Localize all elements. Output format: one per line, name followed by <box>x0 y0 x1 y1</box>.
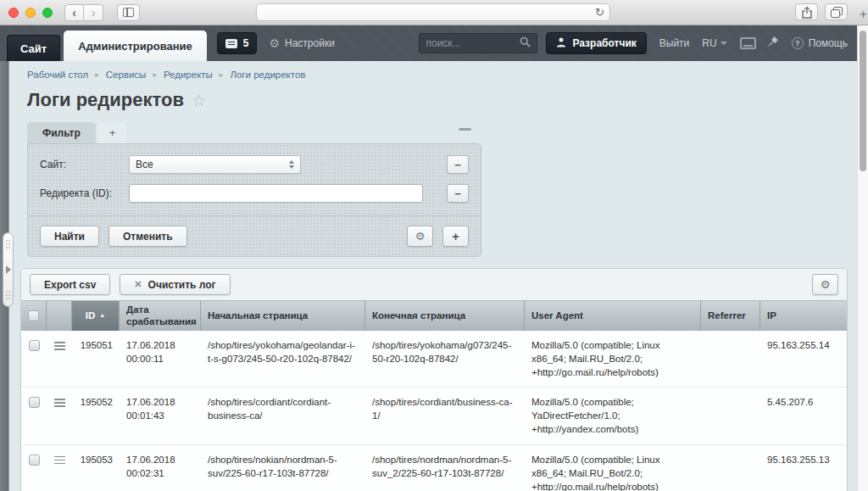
cell-id: 195052 <box>72 388 120 444</box>
new-tab-button[interactable]: + <box>860 7 867 22</box>
remove-redirect-id-filter-button[interactable]: − <box>447 184 469 203</box>
export-csv-button[interactable]: Export csv <box>30 274 110 295</box>
back-icon: ‹ <box>72 7 76 19</box>
reload-icon[interactable]: ↻ <box>595 7 604 18</box>
redirect-id-input[interactable] <box>129 184 423 203</box>
sort-asc-icon: ▲ <box>99 312 105 319</box>
plus-icon: + <box>452 230 459 243</box>
notifications-button[interactable]: 5 <box>217 32 258 54</box>
page-scrollbar[interactable] <box>857 25 868 491</box>
site-filter-select[interactable]: Все <box>129 155 301 174</box>
cell-user-agent: Mozilla/5.0 (compatible; Linux x86_64; M… <box>525 331 701 387</box>
table-row: 195053 17.06.201800:02:31 /shop/tires/no… <box>21 445 847 491</box>
search-input[interactable] <box>426 37 520 49</box>
add-filter-field-button[interactable]: + <box>442 226 469 247</box>
notifications-count: 5 <box>243 37 249 49</box>
browser-back-button[interactable]: ‹ <box>64 4 84 21</box>
row-menu-icon[interactable] <box>54 455 65 465</box>
cell-ip: 95.163.255.13 <box>760 445 847 491</box>
table-row: 195051 17.06.201800:00:11 /shop/tires/yo… <box>21 331 847 388</box>
redirect-id-filter-label: Редиректа (ID): <box>40 187 129 199</box>
admin-header: Сайт Администрирование 5 ⚙ Настройки Раз… <box>0 25 868 61</box>
user-menu-button[interactable]: Разработчик <box>546 32 646 54</box>
clear-log-button[interactable]: ✕ Очистить лог <box>120 274 230 295</box>
address-bar[interactable]: ↻ <box>256 3 610 21</box>
cell-date: 17.06.201800:01:43 <box>120 388 201 444</box>
breadcrumb: Рабочий стол ▸ Сервисы ▸ Редиректы ▸ Лог… <box>27 70 859 80</box>
cell-end-page: /shop/tires/yokohama/g073/245-50-r20-102… <box>365 331 525 387</box>
left-menu-expander[interactable] <box>3 232 14 307</box>
cell-referrer <box>701 388 760 444</box>
sidebar-icon <box>123 8 134 17</box>
collapse-filter-button[interactable] <box>459 128 471 131</box>
cell-start-page: /shop/tires/nokian/nordman-5-suv/225-60-… <box>201 445 365 491</box>
admin-search-box <box>419 33 537 53</box>
cell-ip: 95.163.255.14 <box>760 331 847 387</box>
filter-settings-button[interactable]: ⚙ <box>407 226 433 247</box>
gear-icon: ⚙ <box>821 278 831 291</box>
keyboard-icon[interactable] <box>740 37 756 49</box>
row-menu-icon[interactable] <box>54 340 65 350</box>
cell-start-page: /shop/tires/yokohama/geolandar-i-t-s-g07… <box>201 331 365 387</box>
settings-button[interactable]: ⚙ Настройки <box>269 37 334 49</box>
tab-site[interactable]: Сайт <box>7 35 60 61</box>
grip-dots-icon <box>5 239 11 249</box>
expand-arrow-icon <box>6 265 11 274</box>
cell-user-agent: Mozilla/5.0 (compatible; YaDirectFetcher… <box>525 388 701 444</box>
minimize-window-button[interactable] <box>25 8 36 18</box>
close-window-button[interactable] <box>8 8 19 18</box>
column-header-to[interactable]: Конечная страница <box>365 301 525 331</box>
cell-user-agent: Mozilla/5.0 (compatible; Linux x86_64; M… <box>525 445 701 491</box>
browser-forward-button[interactable]: › <box>84 4 103 21</box>
pin-icon[interactable] <box>767 36 779 51</box>
grid-menu-column-header <box>47 301 72 331</box>
cell-date: 17.06.201800:00:11 <box>120 331 201 387</box>
redirect-log-grid: Export csv ✕ Очистить лог ⚙ ID ▲ Дата ср… <box>20 268 848 491</box>
chevron-down-icon <box>721 42 727 45</box>
cell-end-page: /shop/tires/cordiant/business-ca-1/ <box>365 388 525 444</box>
column-header-id[interactable]: ID ▲ <box>72 301 120 331</box>
remove-site-filter-button[interactable]: − <box>447 155 469 174</box>
notification-icon <box>225 39 237 48</box>
gear-icon: ⚙ <box>269 37 280 49</box>
select-all-checkbox[interactable] <box>21 301 47 331</box>
row-checkbox[interactable] <box>29 340 40 351</box>
column-header-date[interactable]: Дата срабатывания <box>120 301 201 331</box>
language-selector[interactable]: RU <box>702 37 726 49</box>
column-header-referrer[interactable]: Referrer <box>701 301 760 331</box>
zoom-window-button[interactable] <box>42 8 53 18</box>
breadcrumb-item-redirect-logs[interactable]: Логи редиректов <box>230 70 305 80</box>
admin-content: Рабочий стол ▸ Сервисы ▸ Редиректы ▸ Лог… <box>0 61 868 491</box>
favorite-star-icon[interactable]: ☆ <box>192 91 206 110</box>
breadcrumb-item-redirects[interactable]: Редиректы <box>164 70 213 80</box>
scrollbar-thumb[interactable] <box>860 31 866 171</box>
add-filter-tab-button[interactable]: + <box>98 122 127 143</box>
window-controls <box>8 8 53 18</box>
cell-referrer <box>701 331 760 387</box>
share-button[interactable] <box>795 3 818 20</box>
help-icon: ? <box>792 37 804 49</box>
find-button[interactable]: Найти <box>40 226 99 247</box>
cell-ip: 5.45.207.6 <box>760 388 847 444</box>
row-checkbox[interactable] <box>29 397 40 408</box>
filter-tab[interactable]: Фильтр <box>27 122 96 143</box>
grid-settings-button[interactable]: ⚙ <box>812 274 838 295</box>
cell-id: 195051 <box>72 331 120 387</box>
breadcrumb-item-desktop[interactable]: Рабочий стол <box>27 70 88 80</box>
row-checkbox[interactable] <box>29 455 40 466</box>
sidebar-toggle-button[interactable] <box>117 4 140 21</box>
logout-link[interactable]: Выйти <box>659 37 690 49</box>
breadcrumb-item-services[interactable]: Сервисы <box>106 70 147 80</box>
share-icon <box>801 7 813 18</box>
help-button[interactable]: ? Помощь <box>792 37 848 49</box>
column-header-from[interactable]: Начальная страница <box>201 301 365 331</box>
filter-block: Фильтр + Сайт: Все − Редиректа (ID): <box>27 122 481 257</box>
show-tabs-button[interactable] <box>825 3 848 20</box>
row-menu-icon[interactable] <box>54 397 65 407</box>
tab-administration[interactable]: Администрирование <box>64 31 207 61</box>
close-icon: ✕ <box>134 279 142 290</box>
cancel-button[interactable]: Отменить <box>108 226 187 247</box>
column-header-user-agent[interactable]: User Agent <box>525 301 701 331</box>
column-header-ip[interactable]: IP <box>760 301 847 331</box>
gear-icon: ⚙ <box>415 230 426 243</box>
